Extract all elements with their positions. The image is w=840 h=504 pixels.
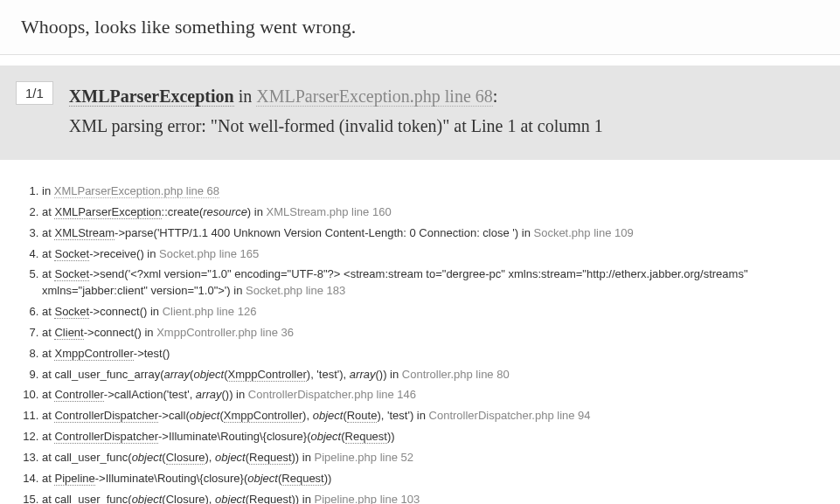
exception-class: XMLParserException [69,86,234,107]
source-location: XMLStream.php line 160 [267,205,392,218]
symbol-link[interactable]: XMLParserException [54,205,161,219]
symbol-link[interactable]: Pipeline [54,472,94,486]
trace-frame: in XMLParserException.php line 68 [42,183,819,200]
symbol-link[interactable]: Request [249,493,291,504]
symbol-link[interactable]: Route [347,409,378,423]
trace-frame: at call_user_func_array(array(object(Xmp… [42,367,819,383]
symbol-link[interactable]: Closure [166,451,205,465]
source-location: XmppController.php line 36 [156,326,294,339]
trace-frame: at Socket->receive() in Socket.php line … [42,246,819,263]
source-location: Controller.php line 80 [402,368,510,381]
source-location: Socket.php line 109 [533,226,633,239]
exception-count: 1/1 [16,81,53,105]
symbol-link[interactable]: Socket [54,305,89,319]
type-name: object [313,409,344,422]
source-location: Pipeline.php line 103 [315,493,420,504]
colon: : [493,86,498,106]
symbol-link[interactable]: XmppController [227,368,306,382]
symbol-link[interactable]: Client [54,326,83,340]
type-name: object [193,368,224,381]
source-location: ControllerDispatcher.php line 146 [248,388,416,401]
trace-frame: at XMLParserException::create(resource) … [42,204,819,221]
exception-message: XML parsing error: "Not well-formed (inv… [69,111,603,141]
trace-frame: at Controller->callAction('test', array(… [42,387,819,404]
symbol-link[interactable]: XmppController [224,409,302,423]
source-location: ControllerDispatcher.php line 94 [429,409,591,422]
trace-frame: at Socket->connect() in Client.php line … [42,304,819,321]
source-location: Socket.php line 183 [246,284,345,297]
symbol-link[interactable]: Request [281,472,323,486]
trace-frame: at call_user_func(object(Closure), objec… [42,492,819,504]
type-name: array [196,388,222,401]
source-location: Pipeline.php line 52 [315,451,413,464]
type-name: object [190,409,220,422]
symbol-link[interactable]: Controller [54,388,103,402]
exception-text: XMLParserException in XMLParserException… [69,81,603,141]
type-name: array [163,368,190,381]
trace-frame: at Client->connect() in XmppController.p… [42,325,819,342]
symbol-link[interactable]: Request [249,451,291,465]
page-title: Whoops, looks like something went wrong. [0,0,840,55]
type-name: resource [203,205,247,218]
type-name: object [215,451,246,464]
symbol-link[interactable]: Request [345,430,387,444]
symbol-link[interactable]: ControllerDispatcher [54,409,158,423]
type-name: object [310,430,341,443]
trace-frame: at XMLStream->parse('HTTP/1.1 400 Unknow… [42,225,819,242]
type-name: object [215,493,246,504]
symbol-link[interactable]: ControllerDispatcher [54,430,158,444]
trace-frame: at XmppController->test() [42,346,819,362]
type-name: object [247,472,278,485]
trace-frame: at ControllerDispatcher->call(object(Xmp… [42,408,819,425]
stack-trace: in XMLParserException.php line 68at XMLP… [0,171,840,504]
type-name: array [350,368,376,381]
type-name: object [132,451,163,464]
trace-frame: at Pipeline->Illuminate\Routing\{closure… [42,471,819,487]
exception-file[interactable]: XMLParserException.php line 68 [256,86,493,107]
trace-frame: at ControllerDispatcher->Illuminate\Rout… [42,429,819,445]
exception-summary: 1/1 XMLParserException in XMLParserExcep… [0,66,840,160]
symbol-link[interactable]: Socket [54,267,89,281]
source-link[interactable]: XMLParserException.php line 68 [54,184,219,198]
in-word: in [239,86,253,106]
symbol-link[interactable]: Closure [166,493,205,504]
symbol-link[interactable]: XMLStream [54,226,115,240]
trace-frame: at Socket->send('<?xml version="1.0" enc… [42,266,819,300]
source-location: Socket.php line 165 [159,247,259,260]
trace-frame: at call_user_func(object(Closure), objec… [42,450,819,466]
symbol-link[interactable]: XmppController [54,347,133,361]
symbol-link[interactable]: Socket [54,247,89,261]
source-location: Client.php line 126 [163,305,257,318]
type-name: object [132,493,163,504]
